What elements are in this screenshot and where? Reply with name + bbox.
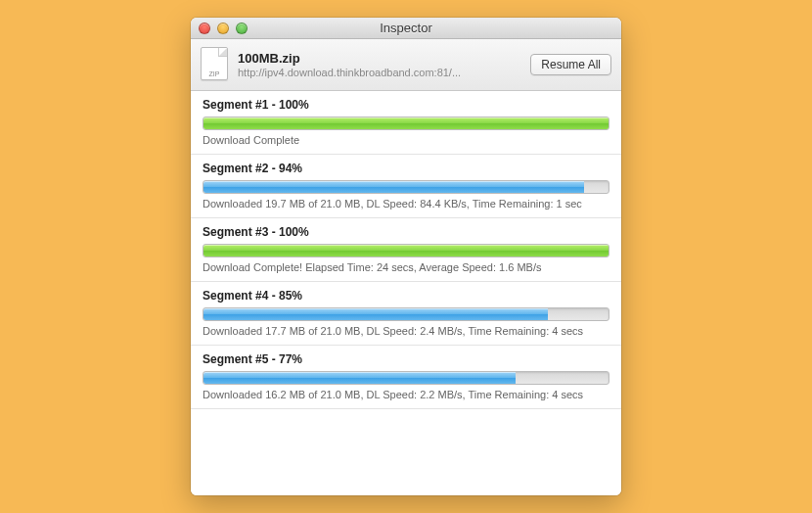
close-icon[interactable] (199, 23, 210, 34)
segment-title: Segment #4 - 85% (203, 289, 609, 303)
segment-status: Download Complete (203, 134, 609, 146)
segment-row: Segment #2 - 94%Downloaded 19.7 MB of 21… (191, 155, 621, 218)
zoom-icon[interactable] (236, 23, 248, 34)
resume-all-button[interactable]: Resume All (530, 54, 611, 75)
segment-status: Downloaded 16.2 MB of 21.0 MB, DL Speed:… (203, 389, 609, 400)
file-icon: ZIP (201, 47, 230, 82)
progress-bar (203, 244, 609, 257)
window-title: Inspector (191, 21, 621, 35)
file-name: 100MB.zip (238, 51, 522, 66)
progress-bar (203, 307, 609, 321)
progress-fill (203, 181, 584, 193)
progress-bar (203, 117, 609, 130)
segment-status: Download Complete! Elapsed Time: 24 secs… (203, 261, 609, 273)
progress-bar (203, 180, 609, 194)
segment-title: Segment #2 - 94% (203, 162, 609, 175)
file-url: http://ipv4.download.thinkbroadband.com:… (238, 67, 522, 78)
download-header: ZIP 100MB.zip http://ipv4.download.think… (191, 39, 621, 91)
segment-row: Segment #1 - 100%Download Complete (191, 91, 621, 155)
progress-fill (203, 372, 516, 384)
inspector-window: Inspector ZIP 100MB.zip http://ipv4.down… (191, 18, 621, 495)
titlebar[interactable]: Inspector (191, 18, 621, 39)
segment-row: Segment #3 - 100%Download Complete! Elap… (191, 218, 621, 282)
minimize-icon[interactable] (217, 23, 229, 34)
segment-status: Downloaded 17.7 MB of 21.0 MB, DL Speed:… (203, 325, 609, 337)
progress-fill (203, 308, 548, 320)
progress-fill (203, 245, 609, 256)
progress-fill (203, 117, 609, 129)
segment-title: Segment #5 - 77% (203, 352, 609, 366)
segment-row: Segment #4 - 85%Downloaded 17.7 MB of 21… (191, 282, 621, 346)
segment-row: Segment #5 - 77%Downloaded 16.2 MB of 21… (191, 346, 621, 409)
segment-title: Segment #1 - 100% (203, 98, 609, 112)
traffic-lights (199, 23, 248, 34)
segment-status: Downloaded 19.7 MB of 21.0 MB, DL Speed:… (203, 198, 609, 210)
progress-bar (203, 371, 609, 385)
segments-list[interactable]: Segment #1 - 100%Download CompleteSegmen… (191, 91, 621, 495)
file-info: 100MB.zip http://ipv4.download.thinkbroa… (238, 51, 522, 78)
segment-title: Segment #3 - 100% (203, 225, 609, 239)
